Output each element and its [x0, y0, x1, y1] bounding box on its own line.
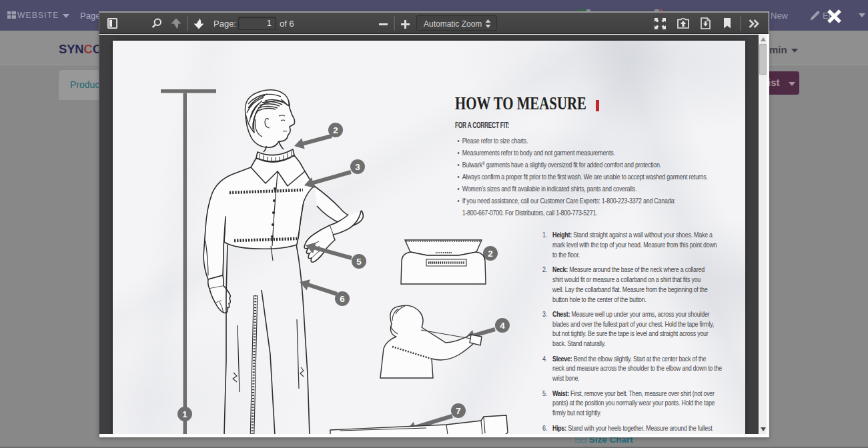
- svg-text:7: 7: [456, 406, 461, 416]
- svg-text:3: 3: [355, 162, 360, 172]
- svg-text:6: 6: [340, 294, 345, 304]
- svg-text:2: 2: [333, 125, 338, 135]
- svg-text:1: 1: [182, 409, 187, 419]
- svg-text:4: 4: [500, 321, 505, 331]
- svg-text:5: 5: [356, 257, 362, 267]
- svg-text:2: 2: [488, 249, 493, 259]
